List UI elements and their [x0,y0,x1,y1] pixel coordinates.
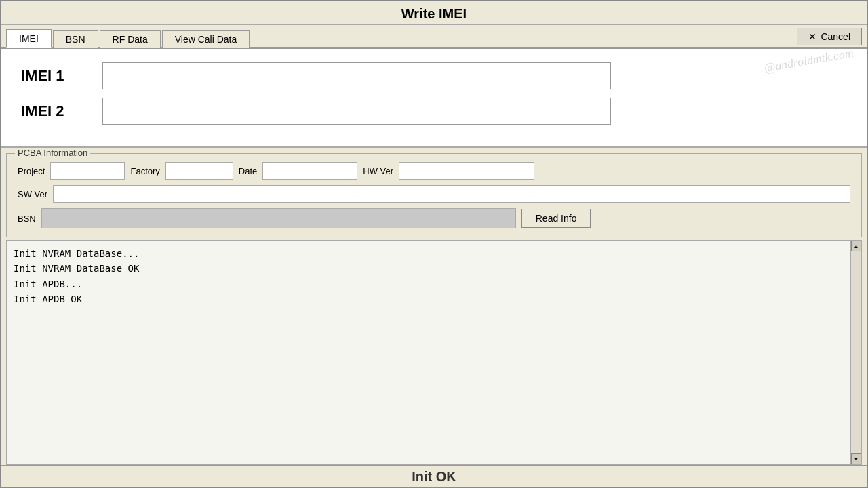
vertical-scrollbar[interactable]: ▲ ▼ [850,241,861,464]
imei1-input[interactable] [102,62,611,89]
imei2-row: IMEI 2 [21,98,847,125]
tab-imei[interactable]: IMEI [6,29,52,48]
read-info-button[interactable]: Read Info [521,209,591,228]
pcba-row3: BSN Read Info [18,208,850,228]
tab-bar: IMEI BSN RF Data View Cali Data ✕ Cancel [1,25,867,49]
cancel-label: Cancel [821,31,850,42]
factory-label: Factory [130,166,159,176]
factory-input[interactable] [165,162,233,180]
imei1-label: IMEI 1 [21,67,102,85]
status-text: Init OK [412,469,456,484]
log-line-0: Init NVRAM DataBase... [14,246,854,261]
date-label: Date [239,166,257,176]
imei1-row: IMEI 1 [21,62,847,89]
cancel-icon: ✕ [808,31,816,42]
log-line-1: Init NVRAM DataBase OK [14,261,854,276]
bsn-label: BSN [18,214,36,224]
log-line-3: Init APDB OK [14,291,854,306]
tab-bsn[interactable]: BSN [53,30,98,48]
tab-viewcali[interactable]: View Cali Data [162,30,250,48]
pcba-section: PCBA Information Project Factory Date HW… [6,153,862,237]
imei2-input[interactable] [102,98,611,125]
hwver-label: HW Ver [363,166,393,176]
tab-rfdata[interactable]: RF Data [100,30,161,48]
log-section: Init NVRAM DataBase... Init NVRAM DataBa… [6,240,862,465]
bsn-input[interactable] [41,208,516,228]
main-window: Write IMEI IMEI BSN RF Data View Cali Da… [0,0,868,488]
title-bar: Write IMEI [1,1,867,25]
scroll-down-arrow[interactable]: ▼ [851,453,862,464]
swver-input[interactable] [53,185,850,203]
hwver-input[interactable] [399,162,534,180]
imei-section: @androidmtk.com IMEI 1 IMEI 2 [1,49,867,148]
pcba-legend: PCBA Information [15,148,90,158]
swver-label: SW Ver [18,189,47,199]
log-content: Init NVRAM DataBase... Init NVRAM DataBa… [7,241,861,464]
bottom-status-bar: Init OK [1,465,867,487]
pcba-row1: Project Factory Date HW Ver [18,162,850,180]
project-input[interactable] [50,162,125,180]
pcba-row2: SW Ver [18,185,850,203]
imei2-label: IMEI 2 [21,102,102,120]
project-label: Project [18,166,45,176]
cancel-button[interactable]: ✕ Cancel [797,28,862,45]
window-title: Write IMEI [401,6,467,21]
date-input[interactable] [262,162,357,180]
scroll-up-arrow[interactable]: ▲ [851,241,862,251]
log-line-2: Init APDB... [14,277,854,291]
